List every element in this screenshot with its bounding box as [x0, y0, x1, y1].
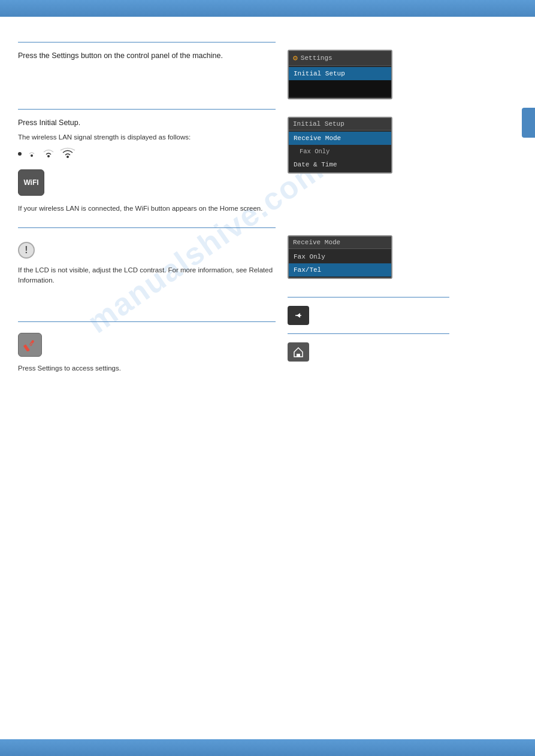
section-2: Press Initial Setup. The wireless LAN si…	[18, 109, 517, 218]
lcd-row-fax-only[interactable]: Fax Only	[289, 145, 391, 158]
gear-icon-1: ⚙	[293, 53, 298, 63]
lcd-title-1: Settings	[301, 54, 333, 62]
lcd-row-receive-mode[interactable]: Receive Mode	[289, 132, 391, 145]
wifi-icons-row	[18, 147, 276, 160]
section2-text2: The wireless LAN signal strength is disp…	[18, 132, 276, 142]
lcd-header-3: Receive Mode	[289, 236, 391, 249]
divider-2	[18, 109, 276, 110]
lcd-body-3: Fax Only Fax/Tel	[289, 249, 391, 278]
section3-note: If the LCD is not visible, adjust the LC…	[18, 265, 276, 286]
lcd-row-fax-only-2[interactable]: Fax Only	[289, 250, 391, 263]
divider-bottom-left	[18, 321, 276, 322]
lcd-body-2: Receive Mode Fax Only Date & Time	[289, 130, 391, 172]
right-panel-icons	[288, 291, 449, 367]
lcd-screen-1: ⚙ Settings Initial Setup	[288, 50, 392, 99]
lcd-screen-2: Initial Setup Receive Mode Fax Only Date…	[288, 117, 392, 174]
section2-text3: If your wireless LAN is connected, the W…	[18, 204, 276, 214]
wifi-button[interactable]: WiFI	[18, 169, 44, 196]
top-bar	[0, 0, 535, 17]
wifi-2bar-icon	[42, 148, 55, 159]
svg-point-0	[31, 154, 33, 157]
svg-point-2	[67, 156, 69, 158]
section-3: ! If the LCD is not visible, adjust the …	[18, 227, 517, 378]
important-row: !	[18, 238, 276, 262]
wifi-button-row: WiFI	[18, 165, 276, 201]
lcd-header-2: Initial Setup	[289, 118, 391, 130]
lcd-body-1: Initial Setup	[289, 66, 391, 98]
wifi-3bar-icon	[60, 147, 75, 160]
tools-icon[interactable]	[18, 333, 42, 357]
lcd-row-initial-setup[interactable]: Initial Setup	[289, 67, 391, 80]
back-button[interactable]	[288, 306, 309, 325]
lcd-title-3: Receive Mode	[293, 239, 340, 246]
important-icon: !	[18, 242, 35, 259]
home-button[interactable]	[288, 342, 309, 362]
section1-text: Press the Settings button on the control…	[18, 50, 276, 62]
bottom-press-settings-text: Press Settings to access settings.	[18, 363, 276, 374]
svg-rect-8	[297, 354, 300, 357]
svg-point-1	[47, 155, 50, 157]
home-icon-row	[288, 340, 449, 364]
divider-1	[18, 42, 276, 42]
section2-text1: Press Initial Setup.	[18, 117, 276, 129]
bottom-bar	[0, 739, 535, 756]
divider-3	[18, 227, 276, 228]
back-icon-row	[288, 303, 449, 327]
wifi-dot-icon	[18, 152, 22, 156]
lcd-header-1: ⚙ Settings	[289, 51, 391, 66]
lcd-row-empty	[289, 80, 391, 97]
lcd-title-2: Initial Setup	[293, 120, 344, 127]
lcd-row-fax-tel[interactable]: Fax/Tel	[289, 263, 391, 277]
tools-icon-row	[18, 329, 276, 360]
svg-rect-3	[23, 344, 30, 351]
right-divider-1	[288, 297, 449, 297]
lcd-row-date-time[interactable]: Date & Time	[289, 158, 391, 171]
section-1: Press the Settings button on the control…	[18, 42, 517, 99]
right-divider-2	[288, 333, 449, 334]
wifi-1bar-icon	[26, 148, 37, 159]
lcd-screen-3: Receive Mode Fax Only Fax/Tel	[288, 235, 392, 279]
